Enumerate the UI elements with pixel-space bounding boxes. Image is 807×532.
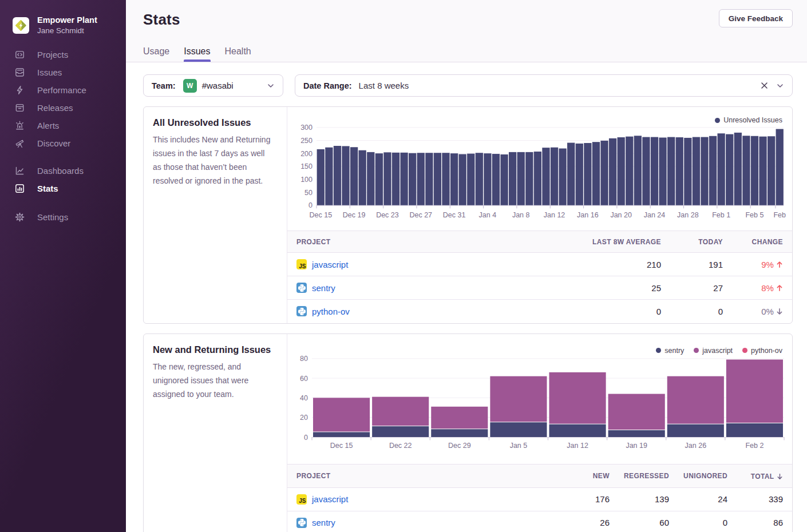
bar-unresolved[interactable] [651, 137, 658, 205]
bar-unresolved[interactable] [726, 134, 733, 205]
project-link-python-ov[interactable]: python-ov [312, 307, 350, 316]
column-header-new[interactable]: NEW [552, 464, 610, 487]
bar-unresolved[interactable] [392, 153, 399, 205]
column-header-today[interactable]: TODAY [661, 231, 723, 253]
bar-unresolved[interactable] [576, 144, 583, 205]
bar-unresolved[interactable] [559, 149, 566, 205]
bar-unresolved[interactable] [676, 137, 683, 205]
project-link-sentry[interactable]: sentry [312, 518, 335, 527]
legend-item-sentry[interactable]: sentry [656, 347, 684, 355]
bar-unresolved[interactable] [759, 137, 766, 205]
bar-unresolved[interactable] [584, 143, 591, 205]
bar-unresolved[interactable] [334, 146, 341, 205]
bar-unresolved[interactable] [626, 137, 633, 205]
bar-sentry[interactable] [490, 422, 547, 437]
bar-sentry[interactable] [667, 424, 724, 436]
bar-unresolved[interactable] [517, 152, 525, 205]
bar-unresolved[interactable] [383, 152, 391, 205]
bar-unresolved[interactable] [434, 153, 441, 205]
bar-unresolved[interactable] [701, 137, 708, 205]
bar-javascript[interactable] [608, 394, 665, 429]
project-link-javascript[interactable]: javascript [312, 494, 348, 504]
bar-sentry[interactable] [372, 426, 429, 437]
bar-unresolved[interactable] [450, 153, 458, 205]
bar-unresolved[interactable] [634, 136, 642, 205]
bar-unresolved[interactable] [600, 141, 608, 205]
bar-unresolved[interactable] [567, 143, 575, 205]
bar-unresolved[interactable] [609, 138, 616, 205]
bar-unresolved[interactable] [409, 153, 416, 205]
bar-unresolved[interactable] [642, 137, 650, 205]
project-link-javascript[interactable]: javascript [312, 260, 348, 269]
bar-unresolved[interactable] [534, 152, 541, 205]
bar-unresolved[interactable] [742, 136, 750, 205]
bar-unresolved[interactable] [325, 148, 333, 205]
bar-unresolved[interactable] [375, 153, 383, 205]
sidebar-item-alerts[interactable]: Alerts [0, 117, 126, 134]
sidebar-item-releases[interactable]: Releases [0, 99, 126, 117]
project-link-sentry[interactable]: sentry [312, 283, 335, 293]
team-select[interactable]: Team: W #wasabi [143, 74, 283, 97]
bar-unresolved[interactable] [542, 148, 549, 205]
tab-issues[interactable]: Issues [184, 46, 210, 62]
bar-unresolved[interactable] [525, 152, 533, 205]
bar-unresolved[interactable] [667, 137, 675, 205]
bar-sentry[interactable] [608, 430, 665, 436]
bar-unresolved[interactable] [751, 136, 758, 205]
bar-unresolved[interactable] [484, 153, 491, 205]
bar-unresolved[interactable] [367, 152, 374, 205]
column-header-total[interactable]: TOTAL [727, 464, 792, 487]
bar-javascript[interactable] [372, 396, 429, 425]
column-header-regressed[interactable]: REGRESSED [610, 464, 669, 487]
bar-unresolved[interactable] [509, 152, 516, 205]
bar-unresolved[interactable] [425, 153, 433, 205]
sidebar-item-performance[interactable]: Performance [0, 81, 126, 99]
column-header-last-8w-average[interactable]: LAST 8W AVERAGE [564, 231, 661, 253]
bar-javascript[interactable] [549, 372, 606, 423]
date-range-select[interactable]: Date Range: Last 8 weeks [295, 74, 793, 97]
bar-sentry[interactable] [431, 429, 488, 437]
bar-unresolved[interactable] [342, 146, 349, 205]
column-header-change[interactable]: CHANGE [723, 231, 792, 253]
bar-javascript[interactable] [431, 406, 488, 428]
legend-item-javascript[interactable]: javascript [694, 347, 733, 355]
bar-sentry[interactable] [313, 432, 370, 437]
bar-unresolved[interactable] [350, 147, 358, 205]
bar-javascript[interactable] [726, 359, 783, 422]
bar-unresolved[interactable] [718, 133, 725, 205]
bar-unresolved[interactable] [467, 154, 474, 205]
bar-unresolved[interactable] [684, 138, 691, 205]
tab-health[interactable]: Health [225, 46, 251, 62]
sidebar-item-discover[interactable]: Discover [0, 134, 126, 152]
bar-unresolved[interactable] [659, 137, 666, 205]
bar-unresolved[interactable] [709, 136, 717, 205]
bar-unresolved[interactable] [400, 153, 408, 205]
legend-item-python-ov[interactable]: python-ov [742, 347, 782, 355]
bar-unresolved[interactable] [459, 154, 466, 205]
bar-javascript[interactable] [667, 376, 724, 423]
tab-usage[interactable]: Usage [143, 46, 169, 62]
bar-unresolved[interactable] [500, 154, 508, 205]
bar-unresolved[interactable] [317, 149, 325, 205]
bar-unresolved[interactable] [734, 133, 742, 205]
bar-unresolved[interactable] [417, 153, 425, 205]
org-switcher[interactable]: Empower Plant Jane Schmidt [0, 0, 126, 36]
column-header-project[interactable]: PROJECT [287, 464, 552, 487]
bar-unresolved[interactable] [551, 148, 558, 205]
bar-unresolved[interactable] [693, 137, 700, 205]
sidebar-item-dashboards[interactable]: Dashboards [0, 162, 126, 180]
sidebar-item-stats[interactable]: Stats [0, 180, 126, 197]
bar-unresolved[interactable] [492, 154, 500, 205]
give-feedback-button[interactable]: Give Feedback [719, 9, 793, 27]
column-header-unignored[interactable]: UNIGNORED [669, 464, 727, 487]
column-header-project[interactable]: PROJECT [287, 231, 564, 253]
bar-javascript[interactable] [313, 398, 370, 431]
bar-unresolved[interactable] [592, 142, 600, 205]
clear-icon[interactable] [761, 82, 768, 89]
bar-unresolved[interactable] [476, 153, 483, 205]
bar-unresolved[interactable] [359, 150, 366, 205]
bar-javascript[interactable] [490, 376, 547, 422]
legend-item-unresolved-issues[interactable]: Unresolved Issues [715, 116, 782, 124]
bar-unresolved[interactable] [768, 136, 775, 205]
sidebar-item-projects[interactable]: Projects [0, 46, 126, 63]
